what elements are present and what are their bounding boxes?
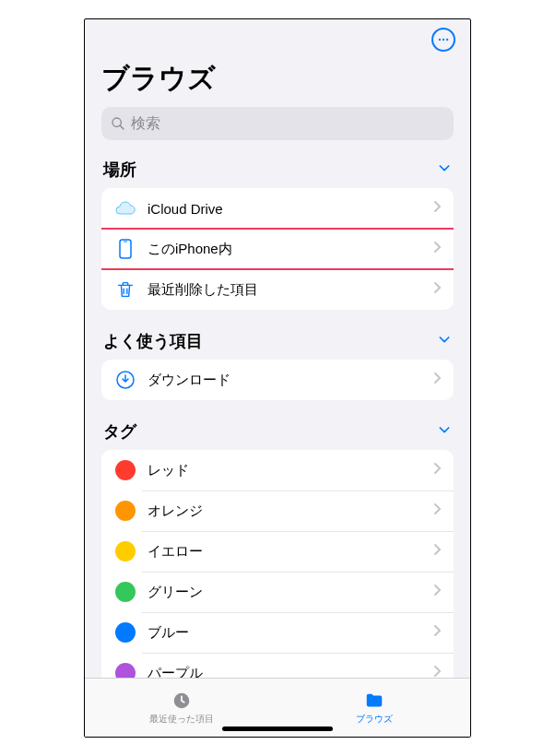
- list-item-label: iCloud Drive: [148, 201, 433, 217]
- chevron-right-icon: [433, 372, 443, 388]
- locations-list: iCloud Drive このiPhone内 最近削除した項目: [101, 188, 454, 310]
- svg-rect-5: [120, 240, 131, 258]
- chevron-right-icon: [433, 543, 443, 560]
- list-item-label: イエロー: [148, 543, 433, 561]
- chevron-down-icon: [437, 332, 452, 350]
- chevron-right-icon: [433, 462, 443, 478]
- location-on-my-iphone[interactable]: このiPhone内: [101, 229, 454, 269]
- svg-rect-6: [124, 242, 127, 242]
- list-item-label: 最近削除した項目: [148, 281, 433, 299]
- tag-red[interactable]: レッド: [101, 450, 454, 490]
- tags-label: タグ: [103, 420, 136, 443]
- tag-dot-icon: [112, 501, 138, 521]
- search-icon: [111, 116, 125, 131]
- chevron-right-icon: [433, 624, 443, 641]
- list-item-label: レッド: [148, 462, 433, 479]
- tag-dot-icon: [112, 460, 138, 480]
- chevron-right-icon: [433, 502, 443, 519]
- home-indicator[interactable]: [222, 726, 333, 731]
- favorites-list: ダウンロード: [101, 360, 454, 400]
- tag-green[interactable]: グリーン: [101, 572, 454, 612]
- svg-point-0: [439, 39, 441, 41]
- locations-label: 場所: [103, 159, 136, 181]
- chevron-right-icon: [433, 200, 443, 217]
- download-icon: [112, 369, 138, 391]
- svg-line-4: [120, 125, 124, 129]
- tag-dot-icon: [112, 622, 138, 643]
- tag-dot-icon: [112, 663, 138, 678]
- trash-icon: [112, 279, 138, 300]
- tab-label: 最近使った項目: [149, 713, 214, 726]
- chevron-down-icon: [437, 422, 452, 441]
- list-item-label: オレンジ: [148, 502, 433, 520]
- list-item-label: ダウンロード: [148, 372, 433, 389]
- location-icloud-drive[interactable]: iCloud Drive: [101, 188, 454, 229]
- favorites-header[interactable]: よく使う項目: [101, 325, 454, 360]
- tag-blue[interactable]: ブルー: [101, 612, 454, 653]
- tags-header[interactable]: タグ: [101, 415, 454, 450]
- page-title: ブラウズ: [85, 60, 470, 103]
- clock-icon: [170, 691, 194, 711]
- tag-orange[interactable]: オレンジ: [101, 490, 454, 531]
- tag-purple[interactable]: パープル: [101, 653, 454, 678]
- location-recently-deleted[interactable]: 最近削除した項目: [101, 269, 454, 310]
- tag-dot-icon: [112, 541, 138, 561]
- search-input[interactable]: [131, 115, 444, 132]
- chevron-down-icon: [437, 160, 452, 179]
- list-item-label: ブルー: [148, 624, 433, 642]
- iphone-icon: [112, 238, 138, 260]
- chevron-right-icon: [433, 241, 443, 257]
- more-options-button[interactable]: [431, 28, 455, 52]
- tab-label: ブラウズ: [356, 713, 393, 726]
- chevron-right-icon: [433, 281, 443, 298]
- navigation-bar: [85, 19, 470, 60]
- svg-point-2: [446, 39, 448, 41]
- folder-icon: [362, 691, 386, 711]
- svg-point-1: [443, 39, 444, 41]
- favorite-downloads[interactable]: ダウンロード: [101, 360, 454, 400]
- favorites-label: よく使う項目: [103, 330, 203, 352]
- tags-list: レッド オレンジ イエロー グリーン: [101, 450, 454, 678]
- list-item-label: パープル: [148, 665, 433, 679]
- tag-dot-icon: [112, 582, 138, 602]
- chevron-right-icon: [433, 584, 443, 600]
- locations-header[interactable]: 場所: [101, 153, 454, 188]
- list-item-label: このiPhone内: [148, 241, 433, 258]
- list-item-label: グリーン: [148, 584, 433, 601]
- ellipsis-icon: [437, 33, 450, 46]
- content-scroll[interactable]: 場所 iCloud Drive このiPhone内: [85, 153, 470, 678]
- tag-yellow[interactable]: イエロー: [101, 531, 454, 572]
- chevron-right-icon: [433, 665, 443, 678]
- search-field[interactable]: [101, 107, 454, 140]
- phone-frame: ブラウズ 場所 iCloud Drive: [84, 18, 471, 738]
- icloud-icon: [112, 197, 138, 219]
